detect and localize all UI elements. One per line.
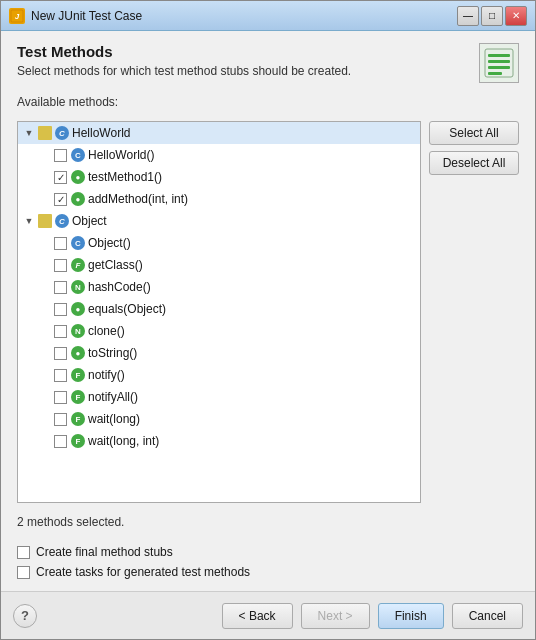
buttons-column: Select All Deselect All [429,121,519,503]
option-label-tasks: Create tasks for generated test methods [36,565,250,579]
titlebar: J New JUnit Test Case — □ ✕ [1,1,535,31]
deselect-all-button[interactable]: Deselect All [429,151,519,175]
checkbox-hw-m1[interactable]: ✓ [54,171,67,184]
checkbox-hw-m2[interactable]: ✓ [54,193,67,206]
section-description: Select methods for which test method stu… [17,64,469,78]
class-icon-hw: C [55,126,69,140]
methods-area: ▼ C HelloWorld ▶ C HelloWorld() ▶ ✓ ● te… [17,121,519,503]
option-label-final: Create final method stubs [36,545,173,559]
titlebar-buttons: — □ ✕ [457,6,527,26]
obj-cl-label: clone() [88,324,125,338]
hw-ctor-label: HelloWorld() [88,148,154,162]
method-icon-obj-cl: N [71,324,85,338]
tree-row-obj-ctor[interactable]: ▶ C Object() [34,232,420,254]
tree-row-obj-wl[interactable]: ▶ F wait(long) [34,408,420,430]
svg-rect-5 [488,66,510,69]
method-icon-hw-ctor: C [71,148,85,162]
option-row-final: Create final method stubs [17,545,519,559]
footer: ? < Back Next > Finish Cancel [1,591,535,639]
checkbox-create-final[interactable] [17,546,30,559]
method-icon-hw-m1: ● [71,170,85,184]
tree-row-obj-ts[interactable]: ▶ ● toString() [34,342,420,364]
hw-label: HelloWorld [72,126,130,140]
main-window: J New JUnit Test Case — □ ✕ Test Methods… [0,0,536,640]
obj-ts-label: toString() [88,346,137,360]
checkbox-obj-na[interactable] [54,391,67,404]
methods-tree[interactable]: ▼ C HelloWorld ▶ C HelloWorld() ▶ ✓ ● te… [17,121,421,503]
help-button[interactable]: ? [13,604,37,628]
obj-hc-label: hashCode() [88,280,151,294]
obj-gc-label: getClass() [88,258,143,272]
close-button[interactable]: ✕ [505,6,527,26]
tree-row-obj-wli[interactable]: ▶ F wait(long, int) [34,430,420,452]
method-icon-hw-m2: ● [71,192,85,206]
tree-row-hw-m1[interactable]: ▶ ✓ ● testMethod1() [34,166,420,188]
tree-row-hw-m2[interactable]: ▶ ✓ ● addMethod(int, int) [34,188,420,210]
hw-m1-label: testMethod1() [88,170,162,184]
next-button[interactable]: Next > [301,603,370,629]
svg-text:J: J [15,12,20,21]
svg-rect-4 [488,60,510,63]
checkbox-hw-ctor[interactable] [54,149,67,162]
tree-row-hw-ctor[interactable]: ▶ C HelloWorld() [34,144,420,166]
checkbox-obj-cl[interactable] [54,325,67,338]
checkbox-create-tasks[interactable] [17,566,30,579]
method-icon-obj-wli: F [71,434,85,448]
method-icon-obj-wl: F [71,412,85,426]
obj-label: Object [72,214,107,228]
header-icon [479,43,519,83]
tree-row-obj-hc[interactable]: ▶ N hashCode() [34,276,420,298]
method-icon-obj-gc: F [71,258,85,272]
method-icon-obj-no: F [71,368,85,382]
method-icon-obj-ts: ● [71,346,85,360]
minimize-button[interactable]: — [457,6,479,26]
method-icon-obj-ctor: C [71,236,85,250]
obj-eq-label: equals(Object) [88,302,166,316]
window-title: New JUnit Test Case [31,9,457,23]
tree-row-obj-na[interactable]: ▶ F notifyAll() [34,386,420,408]
tree-row-obj-eq[interactable]: ▶ ● equals(Object) [34,298,420,320]
method-icon-obj-eq: ● [71,302,85,316]
checkbox-obj-ts[interactable] [54,347,67,360]
obj-no-label: notify() [88,368,125,382]
checkbox-obj-wli[interactable] [54,435,67,448]
hw-m2-label: addMethod(int, int) [88,192,188,206]
checkbox-obj-eq[interactable] [54,303,67,316]
section-title: Test Methods [17,43,469,60]
obj-ctor-label: Object() [88,236,131,250]
back-button[interactable]: < Back [222,603,293,629]
window-icon: J [9,8,25,24]
svg-rect-3 [488,54,510,57]
finish-button[interactable]: Finish [378,603,444,629]
selected-count: 2 methods selected. [17,515,519,529]
expand-icon-hw[interactable]: ▼ [22,126,36,140]
maximize-button[interactable]: □ [481,6,503,26]
checkbox-obj-hc[interactable] [54,281,67,294]
tree-row-obj-cl[interactable]: ▶ N clone() [34,320,420,342]
checkbox-obj-ctor[interactable] [54,237,67,250]
option-row-tasks: Create tasks for generated test methods [17,565,519,579]
class-icon-obj: C [55,214,69,228]
expand-icon-obj[interactable]: ▼ [22,214,36,228]
header-text: Test Methods Select methods for which te… [17,43,469,78]
method-icon-obj-na: F [71,390,85,404]
cancel-button[interactable]: Cancel [452,603,523,629]
obj-wl-label: wait(long) [88,412,140,426]
tree-row-obj-gc[interactable]: ▶ F getClass() [34,254,420,276]
select-all-button[interactable]: Select All [429,121,519,145]
tree-row-object[interactable]: ▼ C Object [18,210,420,232]
main-content: Test Methods Select methods for which te… [1,31,535,591]
obj-wli-label: wait(long, int) [88,434,159,448]
header-section: Test Methods Select methods for which te… [17,43,519,83]
checkbox-obj-wl[interactable] [54,413,67,426]
svg-rect-6 [488,72,502,75]
folder-icon-hw [38,126,52,140]
checkbox-obj-no[interactable] [54,369,67,382]
tree-row-hello-world[interactable]: ▼ C HelloWorld [18,122,420,144]
folder-icon-obj [38,214,52,228]
tree-row-obj-no[interactable]: ▶ F notify() [34,364,420,386]
available-label: Available methods: [17,95,519,109]
method-icon-obj-hc: N [71,280,85,294]
options-section: Create final method stubs Create tasks f… [17,545,519,579]
checkbox-obj-gc[interactable] [54,259,67,272]
